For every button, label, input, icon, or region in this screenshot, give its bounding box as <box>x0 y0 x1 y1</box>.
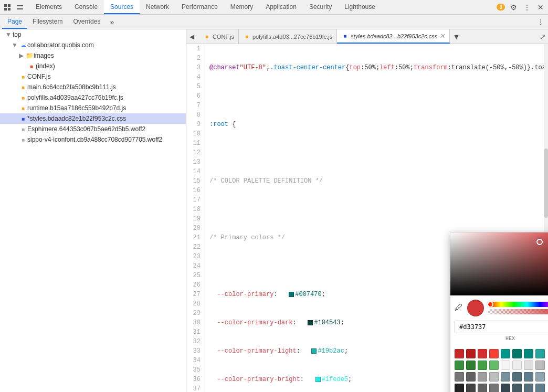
close-icon[interactable]: ✕ <box>535 2 546 13</box>
font-file-icon: ■ <box>19 125 27 133</box>
tree-item-conf[interactable]: ■ CONF.js <box>0 71 186 82</box>
color-swatch[interactable] <box>466 349 476 358</box>
tab-scroll-left-icon[interactable]: ◀ <box>186 31 197 42</box>
warning-badge[interactable]: 3 <box>497 4 505 10</box>
swatch-row <box>455 384 548 392</box>
tree-item-collaborator[interactable]: ▼ ☁ collaborator.quobis.com <box>0 40 186 50</box>
color-swatch[interactable] <box>501 349 510 358</box>
color-swatch[interactable] <box>512 349 522 358</box>
color-swatch[interactable] <box>535 361 545 370</box>
color-swatch[interactable] <box>455 384 464 392</box>
tab-security[interactable]: Security <box>303 0 338 14</box>
tab-application[interactable]: Application <box>259 0 303 14</box>
tree-item-runtime[interactable]: ■ runtime.b15aa7186c559b492b7d.js <box>0 103 186 113</box>
color-swatch[interactable] <box>524 361 533 370</box>
color-swatch[interactable] <box>478 361 487 370</box>
tab-memory[interactable]: Memory <box>224 0 259 14</box>
color-picker-popup[interactable]: 🖊 ▲ <box>450 232 548 392</box>
color-swatch[interactable] <box>501 361 510 370</box>
code-area[interactable]: 1 2 3 4 5 6 7 8 9 10 11 12 13 14 15 16 1… <box>186 44 548 392</box>
color-swatch[interactable] <box>489 349 499 358</box>
hue-slider[interactable] <box>488 302 548 307</box>
color-swatch[interactable] <box>512 361 522 370</box>
editor-tab-conf[interactable]: ■ CONF.js <box>199 29 239 44</box>
scrollbar-thumb[interactable] <box>544 149 548 218</box>
color-swatch[interactable] <box>535 384 545 392</box>
color-hex-input[interactable] <box>455 321 548 333</box>
color-swatch[interactable] <box>455 361 464 370</box>
tree-item-sippo[interactable]: ■ sippo-v4-iconfont.cb9a488cc708cd907705… <box>0 134 186 145</box>
tab-network[interactable]: Network <box>140 0 175 14</box>
tree-item-main[interactable]: ■ main.6c64ccb2fa508bc9b111.js <box>0 82 186 92</box>
editor-tab-bar: ◀ ■ CONF.js ■ polyfills.a4d03...27cc76b1… <box>186 29 548 44</box>
svg-rect-2 <box>4 8 7 10</box>
color-swatch[interactable] <box>466 361 476 370</box>
color-swatch[interactable] <box>478 384 487 392</box>
tab-elements[interactable]: Elements <box>29 0 68 14</box>
color-preview[interactable] <box>467 300 484 316</box>
color-swatch[interactable] <box>466 372 476 382</box>
color-swatch[interactable] <box>535 372 545 382</box>
svg-rect-0 <box>4 4 7 7</box>
editor-tab-polyfills[interactable]: ■ polyfills.a4d03...27cc76b19fc.js <box>239 29 337 44</box>
cloud-icon: ☁ <box>19 41 27 49</box>
subtab-more[interactable]: » <box>107 18 117 26</box>
color-swatch[interactable] <box>524 372 533 382</box>
eyedropper-icon[interactable]: 🖊 <box>455 303 463 313</box>
more-options-icon[interactable]: ⋮ <box>535 17 546 27</box>
color-swatch[interactable] <box>524 349 533 358</box>
alpha-slider[interactable] <box>488 309 548 314</box>
tab-performance[interactable]: Performance <box>175 0 224 14</box>
color-swatch[interactable] <box>478 349 487 358</box>
toolbar-icons-right: 3 ⚙ ⋮ ✕ <box>497 2 546 13</box>
tab-add-icon[interactable]: ▼ <box>451 31 461 42</box>
color-swatch[interactable] <box>489 372 499 382</box>
tree-item-images[interactable]: ▶ 📁 images <box>0 50 186 61</box>
svg-rect-3 <box>8 8 10 10</box>
editor-tab-styles[interactable]: ■ styles.bdaadc82...b22f953c2c.css ✕ <box>337 29 450 44</box>
color-swatches <box>450 347 548 392</box>
tree-item-styles[interactable]: ■ *styles.bdaadc82e1b22f953c2c.css <box>0 113 186 124</box>
tab-lighthouse[interactable]: Lighthouse <box>338 0 382 14</box>
color-swatch[interactable] <box>524 384 533 392</box>
tree-item-esphimere[interactable]: ■ Esphimere.644353c067b5ae62d5b5.woff2 <box>0 124 186 134</box>
color-swatch[interactable] <box>501 384 510 392</box>
color-swatch[interactable] <box>466 384 476 392</box>
tab-label: CONF.js <box>213 34 234 40</box>
expand-icon[interactable]: ⤢ <box>538 31 548 42</box>
color-swatch[interactable] <box>489 361 499 370</box>
tree-label: sippo-v4-iconfont.cb9a488cc708cd907705.w… <box>27 136 184 143</box>
color-swatch[interactable] <box>455 349 464 358</box>
tree-item-polyfills[interactable]: ■ polyfills.a4d039aa427cc76b19fc.js <box>0 92 186 103</box>
subtab-overrides[interactable]: Overrides <box>68 15 106 29</box>
color-swatch[interactable] <box>489 384 499 392</box>
tree-item-top[interactable]: ▼ top <box>0 29 186 40</box>
color-gradient-handle[interactable] <box>536 239 543 245</box>
color-swatch[interactable] <box>512 384 522 392</box>
color-swatch[interactable] <box>455 372 464 382</box>
tree-label: top <box>13 31 184 38</box>
tab-close-icon[interactable]: ✕ <box>439 32 445 40</box>
color-sliders <box>488 302 548 314</box>
tree-label: main.6c64ccb2fa508bc9b111.js <box>27 83 184 91</box>
tree-item-index[interactable]: ■ (index) <box>0 61 186 71</box>
subtab-filesystem[interactable]: Filesystem <box>27 15 68 29</box>
tab-console[interactable]: Console <box>68 0 104 14</box>
tab-label: styles.bdaadc82...b22f953c2c.css <box>351 33 437 39</box>
color-swatch[interactable] <box>478 372 487 382</box>
css-icon: ■ <box>341 33 349 40</box>
color-gradient[interactable] <box>450 232 548 295</box>
panel-toggle-icon[interactable] <box>15 2 25 13</box>
more-icon[interactable]: ⋮ <box>522 2 532 13</box>
hue-handle[interactable] <box>487 301 493 308</box>
main-tab-nav: Elements Console Sources Network Perform… <box>29 0 494 14</box>
color-swatch[interactable] <box>512 372 522 382</box>
devtools-icon[interactable] <box>2 2 13 13</box>
tab-sources[interactable]: Sources <box>104 0 140 14</box>
settings-icon[interactable]: ⚙ <box>508 2 519 13</box>
sub-toolbar-right: ⋮ <box>535 17 546 27</box>
color-swatch[interactable] <box>501 372 510 382</box>
subtab-page[interactable]: Page <box>2 15 27 29</box>
tree-label: collaborator.quobis.com <box>27 41 184 49</box>
color-swatch[interactable] <box>535 349 545 358</box>
